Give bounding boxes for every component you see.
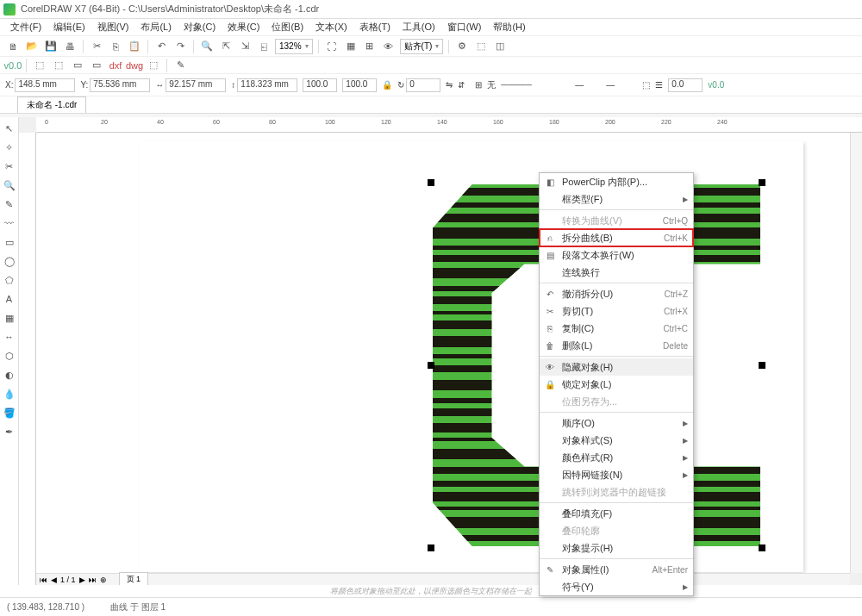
endcap-combo[interactable]: — (606, 80, 632, 90)
wrap-icon[interactable]: ⬚ (642, 80, 650, 90)
ctx-item-17[interactable]: 顺序(O)▶ (540, 414, 693, 432)
effects-tool-icon[interactable]: ◐ (2, 367, 17, 383)
ctx-item-23[interactable]: 叠印填充(F) (540, 505, 693, 522)
snap-combo[interactable]: 贴齐(T) (400, 39, 444, 54)
scaley-input[interactable]: 100.0 (342, 78, 377, 92)
table-tool-icon[interactable]: ▦ (2, 310, 17, 326)
shape-tool-icon[interactable]: ✧ (2, 140, 17, 155)
nudge-input[interactable]: 0.0 (668, 78, 703, 92)
handle-ml[interactable] (428, 362, 434, 369)
rotation-input[interactable]: 0 (406, 78, 440, 92)
ellipse-tool-icon[interactable]: ◯ (2, 253, 17, 269)
plugin-dxf-icon[interactable]: dxf (108, 58, 123, 73)
menu-bitmap[interactable]: 位图(B) (266, 19, 309, 35)
menu-effects[interactable]: 效果(C) (222, 19, 265, 35)
align-icon[interactable]: ⊞ (475, 80, 482, 90)
ctx-item-5[interactable]: ▤段落文本换行(W) (540, 246, 693, 264)
ver-icon[interactable]: v0.0 (708, 80, 724, 90)
ctx-item-4[interactable]: ⎌拆分曲线(B)Ctrl+K (540, 229, 693, 246)
import-icon[interactable]: ⇱ (218, 39, 234, 54)
menu-table[interactable]: 表格(T) (354, 19, 396, 35)
export-icon[interactable]: ⇲ (237, 39, 253, 54)
plugin-a-icon[interactable]: ⬚ (32, 58, 47, 73)
search-icon[interactable]: 🔍 (199, 39, 215, 54)
y-input[interactable]: 75.536 mm (90, 78, 150, 92)
launch-icon[interactable]: ⬚ (473, 39, 489, 54)
mirror-v-icon[interactable]: ⇵ (458, 80, 465, 90)
plugin-v-icon[interactable]: v0.0 (5, 58, 21, 73)
width-input[interactable]: 92.157 mm (166, 78, 226, 92)
last-page-icon[interactable]: ⏭ (89, 576, 97, 584)
ruler-vertical[interactable] (19, 133, 36, 585)
plugin-d-icon[interactable]: ▭ (89, 58, 104, 73)
new-icon[interactable]: 🗎 (5, 39, 21, 54)
ctx-item-9[interactable]: ✂剪切(T)Ctrl+X (540, 302, 693, 320)
ctx-item-11[interactable]: 🗑删除(L)Delete (540, 337, 693, 354)
preview-icon[interactable]: 👁 (381, 39, 397, 54)
ctx-item-28[interactable]: 符号(Y)▶ (540, 578, 693, 595)
handle-br[interactable] (759, 544, 765, 551)
menu-object[interactable]: 对象(C) (178, 19, 221, 35)
prev-page-icon[interactable]: ◀ (51, 576, 57, 584)
linestyle-combo[interactable]: ───── (501, 80, 570, 90)
ctx-item-19[interactable]: 颜色样式(R)▶ (540, 449, 693, 466)
copy-icon[interactable]: ⎘ (108, 39, 123, 54)
handle-mr[interactable] (759, 362, 765, 369)
handle-tr[interactable] (759, 179, 765, 186)
text-tool-icon[interactable]: A (2, 291, 17, 307)
scalex-input[interactable]: 100.0 (303, 78, 337, 92)
dimension-tool-icon[interactable]: ↔ (2, 329, 17, 345)
plugin-b-icon[interactable]: ⬚ (51, 58, 66, 73)
ctx-item-0[interactable]: ◧PowerClip 内部(P)... (540, 173, 693, 190)
ctx-item-10[interactable]: ⎘复制(C)Ctrl+C (540, 320, 693, 337)
order-icon[interactable]: ☰ (655, 80, 663, 90)
plugin-dwg-icon[interactable]: dwg (127, 58, 142, 73)
menu-file[interactable]: 文件(F) (5, 19, 47, 35)
guides-icon[interactable]: ⊞ (362, 39, 378, 54)
freehand-tool-icon[interactable]: ✎ (2, 196, 17, 212)
ctx-item-27[interactable]: ✎对象属性(I)Alt+Enter (540, 561, 693, 578)
plugin-f-icon[interactable]: ✎ (172, 58, 188, 73)
outline-tool-icon[interactable]: ✒ (2, 424, 17, 439)
handle-bl[interactable] (428, 544, 434, 551)
ctx-item-14[interactable]: 🔒锁定对象(L) (540, 376, 693, 393)
handle-tl[interactable] (428, 179, 434, 186)
pick-tool-icon[interactable]: ↖ (2, 121, 17, 136)
menu-window[interactable]: 窗口(W) (442, 19, 487, 35)
ctx-item-8[interactable]: ↶撤消拆分(U)Ctrl+Z (540, 285, 693, 302)
outline-combo[interactable]: 无 (487, 79, 496, 91)
zoom-tool-icon[interactable]: 🔍 (2, 177, 17, 193)
menu-help[interactable]: 帮助(H) (488, 19, 530, 35)
app-icon[interactable]: ◫ (492, 39, 508, 54)
add-page-icon[interactable]: ⊕ (100, 576, 107, 584)
lock-ratio-icon[interactable]: 🔒 (382, 80, 392, 90)
ctx-item-18[interactable]: 对象样式(S)▶ (540, 432, 693, 449)
menu-text[interactable]: 文本(X) (310, 19, 353, 35)
publish-icon[interactable]: ⍇ (256, 39, 272, 54)
menu-layout[interactable]: 布局(L) (135, 19, 176, 35)
ctx-item-6[interactable]: 连线换行 (540, 264, 693, 281)
canvas[interactable] (36, 133, 850, 573)
menu-view[interactable]: 视图(V) (92, 19, 134, 35)
redo-icon[interactable]: ↷ (172, 39, 188, 54)
grid-icon[interactable]: ▦ (343, 39, 359, 54)
plugin-e-icon[interactable]: ⬚ (146, 58, 161, 73)
height-input[interactable]: 118.323 mm (237, 78, 297, 92)
first-page-icon[interactable]: ⏮ (40, 576, 47, 584)
polygon-tool-icon[interactable]: ⬠ (2, 272, 17, 288)
print-icon[interactable]: 🖶 (62, 39, 78, 54)
artistic-tool-icon[interactable]: 〰 (2, 215, 17, 231)
paste-icon[interactable]: 📋 (127, 39, 142, 54)
ruler-horizontal[interactable]: 0 20 40 60 80 100 120 140 160 180 200 22… (36, 117, 862, 133)
ctx-item-25[interactable]: 对象提示(H) (540, 539, 693, 557)
save-icon[interactable]: 💾 (43, 39, 59, 54)
connector-tool-icon[interactable]: ⬡ (2, 348, 17, 364)
rectangle-tool-icon[interactable]: ▭ (2, 234, 17, 250)
x-input[interactable]: 148.5 mm (15, 78, 75, 92)
vertical-scrollbar[interactable] (850, 133, 862, 573)
mirror-h-icon[interactable]: ⇋ (446, 80, 453, 90)
next-page-icon[interactable]: ▶ (79, 576, 85, 584)
startcap-combo[interactable]: — (575, 80, 601, 90)
document-tab[interactable]: 未命名 -1.cdr (17, 96, 86, 113)
ctx-item-13[interactable]: 👁隐藏对象(H) (540, 358, 693, 376)
